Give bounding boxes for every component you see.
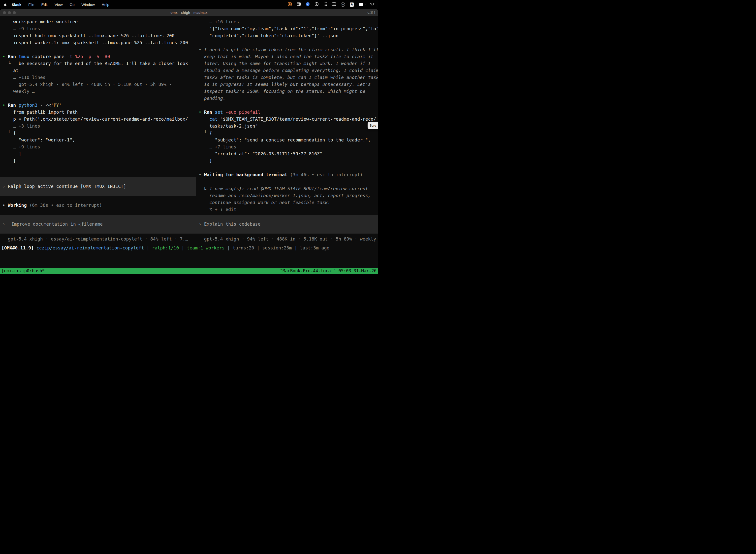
terminal-line: … +3 lines <box>0 123 196 129</box>
text-run: tmux <box>19 54 32 59</box>
menu-item-go[interactable]: Go <box>69 2 74 7</box>
keypad-icon[interactable] <box>332 2 336 7</box>
screenshot-notification[interactable]: Scre <box>368 122 378 129</box>
text-run: workspace_mode: worktree <box>2 19 78 24</box>
text-run: • <box>199 47 204 52</box>
terminal-line: is in progress? It seems likely but perh… <box>196 81 378 88</box>
text-run: inspect_hud: omx sparkshell --tmux-pane … <box>2 33 175 38</box>
text-run: | <box>292 245 300 251</box>
pane-status-right: gpt-5.4 xhigh · 94% left · 488K in · 5.1… <box>196 235 378 242</box>
working-status: • Working (6m 38s • esc to interrupt) <box>0 202 196 209</box>
window-title: omx --xhigh --madmax <box>170 11 207 15</box>
waiting-status: • Waiting for background terminal (3m 46… <box>196 171 378 185</box>
minimize-button[interactable] <box>8 11 11 14</box>
terminal-line <box>0 95 196 102</box>
text-run: • <box>199 109 204 115</box>
screen: Slack FileEditViewGoWindowHelp 61 A omx … <box>0 0 378 277</box>
text-run: Waiting for background terminal <box>204 172 290 177</box>
text-run: [OMX#0.11.9] <box>1 245 34 251</box>
menu-item-edit[interactable]: Edit <box>41 2 48 7</box>
right-terminal-pane[interactable]: … +16 lines '{"team_name":"my-team","tas… <box>196 16 378 242</box>
text-run: | <box>225 245 233 251</box>
terminal-line: p = Path('.omx/state/team/review-current… <box>0 116 196 123</box>
left-terminal-pane[interactable]: workspace_mode: worktree … +9 lines insp… <box>0 16 196 242</box>
apple-menu-icon[interactable] <box>3 2 7 7</box>
terminal-line: └ { <box>196 129 378 136</box>
text-run: • <box>2 203 8 208</box>
text-run: ↳ <box>199 186 209 191</box>
text-run: } <box>2 158 16 163</box>
compass-icon[interactable] <box>306 2 310 7</box>
screen-recording-icon[interactable] <box>288 2 292 7</box>
terminal-line: └ be necessary for the end of the README… <box>0 60 196 67</box>
wifi-icon[interactable] <box>370 2 375 7</box>
terminal-line: … +9 lines <box>0 144 196 151</box>
text-run: session:23m <box>262 245 292 251</box>
text-run: gpt-5.4 xhigh · essay/ai-reimplementatio… <box>2 236 188 241</box>
text-run: inspect task2's JSON, focusing on the st… <box>199 89 365 94</box>
text-run: gpt-5.4 xhigh · 94% left · 488K in · 5.1… <box>199 236 378 241</box>
terminal-line: "worker": "worker-1", <box>0 136 196 144</box>
apps-grid-icon[interactable] <box>323 2 327 7</box>
input-source-icon[interactable]: A <box>350 2 354 7</box>
text-run: › <box>2 184 8 189</box>
text-run: ⌥ + ↑ edit <box>199 207 236 212</box>
text-run: keep that in mind. Maybe I also need the… <box>199 54 373 59</box>
text-run: "created_at": "2026-03-31T11:59:27.816Z" <box>199 151 322 156</box>
text-run: | <box>179 245 187 251</box>
battery-icon[interactable] <box>359 3 365 6</box>
terminal-line: └ { <box>0 129 196 136</box>
terminal-line: workspace_mode: worktree <box>0 18 196 25</box>
macos-menu-bar: Slack FileEditViewGoWindowHelp 61 A <box>0 0 378 9</box>
terminal-line: ⌥ + ↑ edit <box>196 206 378 213</box>
battery-percent-badge-icon[interactable]: 61 <box>341 2 345 7</box>
text-run: • <box>2 54 8 59</box>
terminal-line: inspect_hud: omx sparkshell --tmux-pane … <box>0 32 196 39</box>
menu-item-view[interactable]: View <box>55 2 63 7</box>
menu-item-file[interactable]: File <box>28 2 34 7</box>
text-run: › <box>2 221 8 227</box>
close-button[interactable] <box>3 11 6 14</box>
bottom-strip <box>0 274 378 277</box>
text-run: "subject": "send a concise recommendatio… <box>199 137 371 143</box>
active-app-name[interactable]: Slack <box>12 2 21 7</box>
terminal-line: • Ran set -euo pipefail <box>196 109 378 116</box>
ran-set-block: • Ran set -euo pipefail cat "$OMX_TEAM_S… <box>196 109 378 171</box>
zoom-button[interactable] <box>13 11 16 14</box>
terminal-line: … +16 lines <box>196 18 378 25</box>
text-run: Working <box>8 203 29 208</box>
menu-item-help[interactable]: Help <box>102 2 109 7</box>
ran-tmux-block: • Ran tmux capture-pane -t %25 -p -S -80… <box>0 53 196 102</box>
text-run: from pathlib import Path <box>2 109 78 115</box>
text-run: (6m 38s • esc to interrupt) <box>29 203 102 208</box>
text-run <box>34 245 37 251</box>
terminal-line: readme-and-reco/mailbox/worker-1.json, a… <box>196 192 378 199</box>
menu-item-window[interactable]: Window <box>82 2 95 7</box>
text-run: … +16 lines <box>199 19 239 24</box>
terminal-line: … +110 lines <box>0 74 196 81</box>
prompt-input-box-left[interactable]: › Improve documentation in @filename <box>0 215 196 233</box>
text-run: continue assigned work or next feasible … <box>199 200 330 205</box>
omx-status-line: [OMX#0.11.9] cczip/essay/ai-reimplementa… <box>0 242 378 268</box>
text-run: } <box>199 158 212 163</box>
text-run: turns:20 <box>233 245 254 251</box>
terminal-line: ] <box>0 151 196 157</box>
lens-icon[interactable] <box>315 2 319 7</box>
terminal-line: gpt-5.4 xhigh · essay/ai-reimplementatio… <box>0 235 196 242</box>
terminal-line: gpt-5.4 xhigh · 94% left · 488K in · 5.1… <box>0 81 196 88</box>
text-run: "completed","claim_token":"claim-token"}… <box>199 33 338 38</box>
terminal-line: inspect task2's JSON, focusing on the st… <box>196 88 378 95</box>
terminal-line <box>196 178 378 185</box>
terminal-line: should send a message before completing … <box>196 67 378 74</box>
terminal-line <box>196 102 378 109</box>
terminal-line: › Improve documentation in @filename <box>2 221 193 228</box>
table-icon[interactable] <box>297 2 301 7</box>
text-run: Improve documentation in @filename <box>11 221 103 227</box>
text-run: pending. <box>199 96 226 101</box>
text-run: -euo pipefail <box>226 109 260 115</box>
text-run: | <box>144 245 152 251</box>
prompt-input-box-right[interactable]: › Explain this codebase <box>196 215 378 233</box>
text-run: … +3 lines <box>2 123 40 128</box>
tmux-status-bar: [omx-cczip0:bash* "MacBook-Pro-44.local"… <box>0 268 378 274</box>
text-run: cat <box>209 116 220 122</box>
